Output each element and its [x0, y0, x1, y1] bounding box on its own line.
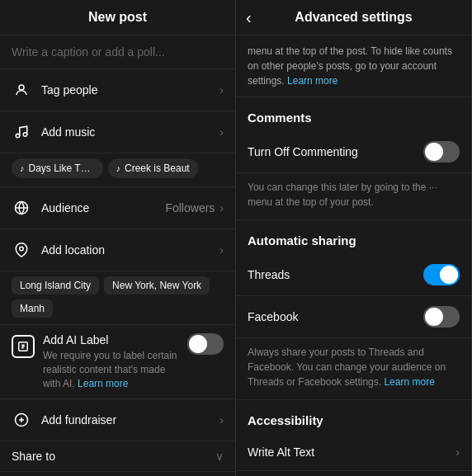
- share-to-header[interactable]: Share to ∨: [0, 441, 235, 472]
- comments-section-header: Comments: [236, 97, 471, 131]
- write-alt-text-label: Write Alt Text: [248, 445, 455, 459]
- fundraiser-icon: [12, 410, 31, 430]
- threads-row: Threads: [236, 254, 471, 296]
- left-panel-content: Write a caption or add a poll... Tag peo…: [0, 35, 235, 476]
- music-chip-1[interactable]: ♪ Days Like This · Van Mo...: [12, 158, 103, 178]
- right-panel-content: menu at the top of the post. To hide lik…: [236, 35, 471, 476]
- threads-toggle[interactable]: [423, 264, 460, 285]
- add-music-item[interactable]: Add music ›: [0, 111, 235, 153]
- ai-label-toggle[interactable]: [187, 333, 224, 355]
- advanced-top-desc: menu at the top of the post. To hide lik…: [236, 35, 471, 97]
- add-location-item[interactable]: Add location ›: [0, 229, 235, 271]
- audience-label: Audience: [41, 201, 165, 214]
- ai-label-content: Add AI Label We require you to label cer…: [43, 333, 179, 390]
- accessibility-section-header: Accessibility: [236, 400, 471, 434]
- tag-people-label: Tag people: [41, 83, 219, 97]
- threads-label: Threads: [248, 268, 423, 281]
- alt-text-desc: Alt text describes your photos for peopl…: [236, 471, 471, 476]
- svg-point-0: [19, 85, 24, 90]
- add-music-chevron: ›: [219, 125, 224, 139]
- turn-off-commenting-row: Turn Off Commenting: [236, 131, 471, 173]
- caption-placeholder: Write a caption or add a poll...: [12, 45, 224, 59]
- location-tags-row: Long Island City New York, New York Manh: [0, 271, 235, 325]
- ai-label-title: Add AI Label: [43, 333, 179, 346]
- tag-people-icon: [12, 80, 31, 100]
- facebook-row: Facebook: [236, 296, 471, 338]
- facebook-toggle[interactable]: [423, 306, 460, 328]
- auto-sharing-learn-more[interactable]: Learn more: [384, 376, 434, 388]
- comments-title: Comments: [248, 111, 460, 125]
- advanced-learn-more[interactable]: Learn more: [287, 75, 337, 87]
- turn-off-commenting-toggle[interactable]: [423, 141, 460, 163]
- add-fundraiser-chevron: ›: [219, 413, 224, 427]
- user-share-row: L @ laurenforris Threads · Public: [0, 472, 235, 476]
- left-panel-header: New post: [0, 0, 235, 35]
- turn-off-commenting-label: Turn Off Commenting: [248, 145, 423, 158]
- add-location-chevron: ›: [219, 243, 224, 257]
- write-alt-text-row[interactable]: Write Alt Text ›: [236, 434, 471, 471]
- chip-text-2: Creek is Beaut: [125, 163, 190, 174]
- back-button[interactable]: ‹: [246, 8, 252, 27]
- ai-label-icon: [12, 335, 35, 358]
- tag-people-chevron: ›: [219, 83, 224, 97]
- auto-sharing-section-header: Automatic sharing: [236, 220, 471, 254]
- caption-area: Write a caption or add a poll...: [0, 35, 235, 69]
- loc-tag-2[interactable]: New York, New York: [104, 276, 210, 295]
- left-panel-title: New post: [88, 10, 147, 25]
- loc-tag-3[interactable]: Manh: [12, 299, 53, 318]
- tag-people-item[interactable]: Tag people ›: [0, 69, 235, 111]
- right-panel-title: Advanced settings: [295, 10, 412, 25]
- audience-chevron: ›: [219, 201, 224, 214]
- chip-music-icon-1: ♪: [20, 163, 25, 173]
- add-location-label: Add location: [41, 243, 219, 257]
- svg-point-2: [23, 133, 27, 137]
- loc-tag-1[interactable]: Long Island City: [12, 276, 99, 295]
- facebook-label: Facebook: [248, 310, 423, 323]
- music-chips-row: ♪ Days Like This · Van Mo... ♪ Creek is …: [0, 153, 235, 187]
- write-alt-chevron: ›: [455, 445, 460, 459]
- add-fundraiser-label: Add fundraiser: [41, 413, 219, 427]
- ai-learn-more[interactable]: Learn more: [78, 378, 128, 389]
- accessibility-title: Accessibility: [248, 413, 460, 427]
- location-icon: [12, 240, 31, 260]
- share-to-chevron: ∨: [215, 450, 224, 463]
- music-chip-2[interactable]: ♪ Creek is Beaut: [108, 158, 198, 178]
- share-to-label: Share to: [12, 450, 215, 463]
- right-panel-header: ‹ Advanced settings: [236, 0, 471, 35]
- svg-point-1: [16, 134, 20, 138]
- audience-value: Followers: [165, 201, 215, 214]
- auto-sharing-desc: Always share your posts to Threads and F…: [236, 338, 471, 400]
- ai-label-desc: We require you to label certain realisti…: [43, 349, 179, 390]
- auto-sharing-title: Automatic sharing: [248, 233, 460, 247]
- music-icon: [12, 122, 31, 142]
- new-post-panel: New post Write a caption or add a poll..…: [0, 0, 236, 476]
- add-fundraiser-item[interactable]: Add fundraiser ›: [0, 399, 235, 441]
- ai-label-section: Add AI Label We require you to label cer…: [0, 325, 235, 399]
- turn-off-commenting-desc: You can change this later by going to th…: [236, 173, 471, 220]
- advanced-settings-panel: ‹ Advanced settings menu at the top of t…: [236, 0, 472, 476]
- audience-icon: [12, 198, 31, 218]
- chip-music-icon-2: ♪: [116, 163, 121, 173]
- add-music-label: Add music: [41, 125, 219, 139]
- audience-item[interactable]: Audience Followers ›: [0, 187, 235, 229]
- chip-text-1: Days Like This · Van Mo...: [29, 163, 95, 174]
- svg-point-5: [20, 247, 24, 251]
